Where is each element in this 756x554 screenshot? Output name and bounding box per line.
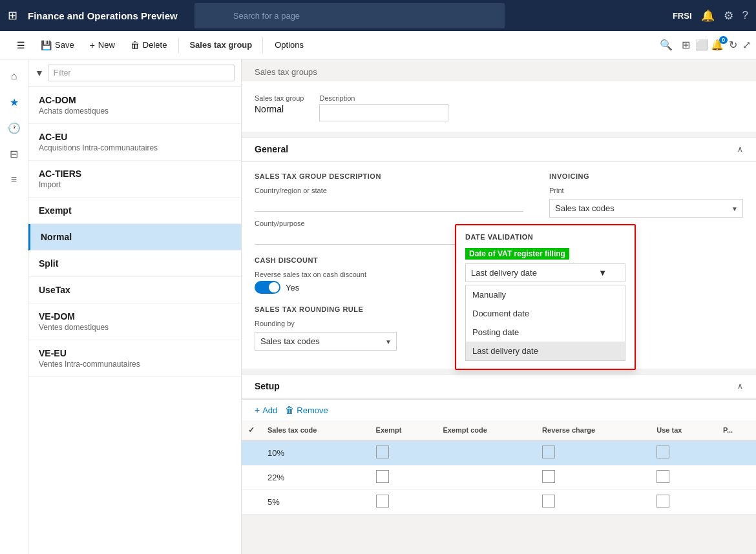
list-item-title: AC-EU [39,132,231,142]
row-exempt[interactable] [370,440,437,466]
list-item-subtitle: Acquisitions Intra-communautaires [39,143,231,152]
help-icon[interactable]: ? [742,9,748,22]
search-input[interactable] [215,7,497,25]
new-icon: + [90,40,95,50]
list-item[interactable]: UseTax [28,277,241,303]
grid2-icon[interactable]: ⊟ [3,142,26,165]
list-scroll[interactable]: AC-DOM Achats domestiques AC-EU Acquisit… [28,87,241,554]
save-button[interactable]: 💾 Save [34,36,81,54]
row-use-tax[interactable] [650,466,717,490]
table-row[interactable]: 10% [242,440,756,466]
reverse-tax-toggle[interactable] [255,281,280,294]
cmdbar-search-icon[interactable]: 🔍 [656,35,677,55]
dv-field-label: Date of VAT register filling [465,248,569,260]
table-row[interactable]: 5% [242,490,756,515]
list-item-title: AC-DOM [39,95,231,105]
row-code: 10% [261,440,370,466]
notification-badge: 0 [719,36,728,44]
setup-chevron[interactable]: ∧ [737,382,743,391]
app-title: Finance and Operations Preview [28,10,178,21]
row-reverse-charge[interactable] [536,466,650,490]
expand-icon[interactable]: ⤢ [742,39,751,51]
list-item-title: VE-DOM [39,311,231,322]
date-validation-box: DATE VALIDATION Date of VAT register fil… [455,224,636,370]
list-item[interactable]: AC-EU Acquisitions Intra-communautaires [28,124,241,161]
description-field: Description [319,94,448,121]
home-icon[interactable]: ⌂ [3,65,26,88]
row-exempt-code [436,490,536,515]
row-code: 22% [261,466,370,490]
hamburger-icon: ☰ [17,40,25,50]
list-item-title: AC-TIERS [39,169,231,179]
dv-dropdown-button[interactable]: Last delivery date ▼ [465,263,625,282]
refresh-icon[interactable]: ↻ [729,39,737,51]
table-row[interactable]: 22% [242,466,756,490]
clock-icon[interactable]: 🕐 [3,116,26,139]
main-layout: ⌂ ★ 🕐 ⊟ ≡ ▼ AC-DOM Achats domestiques AC… [0,59,756,554]
list-item-title: VE-EU [39,348,231,358]
apps-icon[interactable]: ⊞ [682,39,690,51]
office-icon[interactable]: ⬜ [695,39,708,51]
setup-bar: + Add 🗑 Remove [242,399,756,420]
row-use-tax[interactable] [650,490,717,515]
print-select[interactable]: Sales tax codes Normal Totals [549,199,743,218]
list-item[interactable]: Split [28,251,241,277]
divider2 [262,37,263,53]
delete-button[interactable]: 🗑 Delete [124,36,174,54]
dv-options: Manually Document date Posting date Last… [465,285,625,361]
sidenav-icons: ⌂ ★ 🕐 ⊟ ≡ [0,59,28,554]
row-check [242,440,261,466]
notification-icon[interactable]: 🔔 [701,9,715,23]
row-exempt-code [436,440,536,466]
filter-icon[interactable]: ▼ [35,68,44,78]
star-icon[interactable]: ★ [3,90,26,114]
row-check [242,466,261,490]
country-label: Country/region or state [255,187,523,194]
list-item[interactable]: AC-DOM Achats domestiques [28,87,241,124]
list-icon[interactable]: ≡ [3,168,26,191]
filter-input[interactable] [48,65,235,81]
general-section-header: General ∧ [242,137,756,161]
rounding-by-select[interactable]: Normal Downward Upward Own advantage Sal… [255,332,397,351]
description-input[interactable] [319,104,448,121]
grid-icon[interactable]: ⊞ [8,8,17,23]
row-check [242,490,261,515]
invoicing-title: INVOICING [549,172,743,180]
country-field: Country/region or state [255,187,523,212]
row-use-tax[interactable] [650,440,717,466]
list-item[interactable]: Normal [28,224,241,251]
setup-section-title: Setup [255,381,280,391]
delete-icon: 🗑 [131,40,140,50]
row-exempt[interactable] [370,466,437,490]
options-button[interactable]: Options [268,36,310,54]
setup-section-header: Setup ∧ [242,374,756,398]
badge-wrap: 🔔 0 [711,39,724,51]
add-icon: + [255,405,260,415]
list-item[interactable]: Exempt [28,198,241,224]
user-badge: FRSI [673,11,692,21]
row-reverse-charge[interactable] [536,490,650,515]
new-button[interactable]: + New [83,36,121,54]
dv-option-posting-date[interactable]: Posting date [466,323,625,342]
page-header: Sales tax groups [242,59,756,81]
dv-selected-value: Last delivery date [471,268,537,278]
dv-option-manually[interactable]: Manually [466,285,625,304]
list-item[interactable]: VE-DOM Ventes domestiques [28,303,241,340]
remove-button[interactable]: 🗑 Remove [285,405,328,415]
sales-tax-group-value: Normal [255,104,304,114]
country-input[interactable] [255,196,523,212]
hamburger-button[interactable]: ☰ [10,36,32,54]
section-label: Sales tax group [184,40,257,50]
list-item[interactable]: VE-EU Ventes Intra-communautaires [28,340,241,377]
add-button[interactable]: + Add [255,405,277,415]
dv-option-document-date[interactable]: Document date [466,304,625,323]
settings-icon[interactable]: ⚙ [724,9,733,23]
list-item[interactable]: AC-TIERS Import [28,161,241,198]
list-item-subtitle: Achats domestiques [39,107,231,116]
list-panel: ▼ AC-DOM Achats domestiques AC-EU Acquis… [28,59,242,554]
general-chevron[interactable]: ∧ [737,145,743,154]
row-exempt[interactable] [370,490,437,515]
row-reverse-charge[interactable] [536,440,650,466]
dv-option-last-delivery[interactable]: Last delivery date [466,342,625,360]
dv-dropdown-chevron: ▼ [598,268,607,278]
